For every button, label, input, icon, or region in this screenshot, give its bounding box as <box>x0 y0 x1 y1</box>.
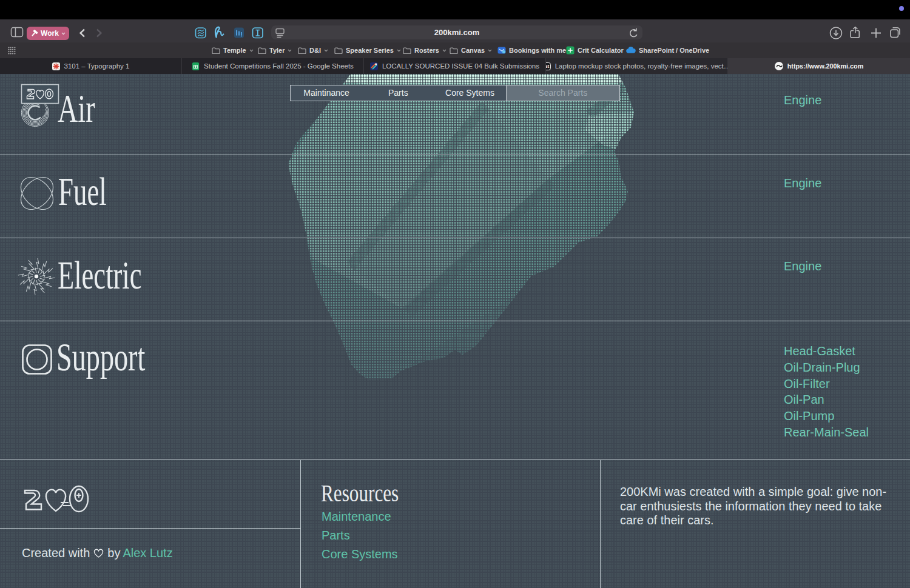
svg-text:St: St <box>546 64 549 69</box>
